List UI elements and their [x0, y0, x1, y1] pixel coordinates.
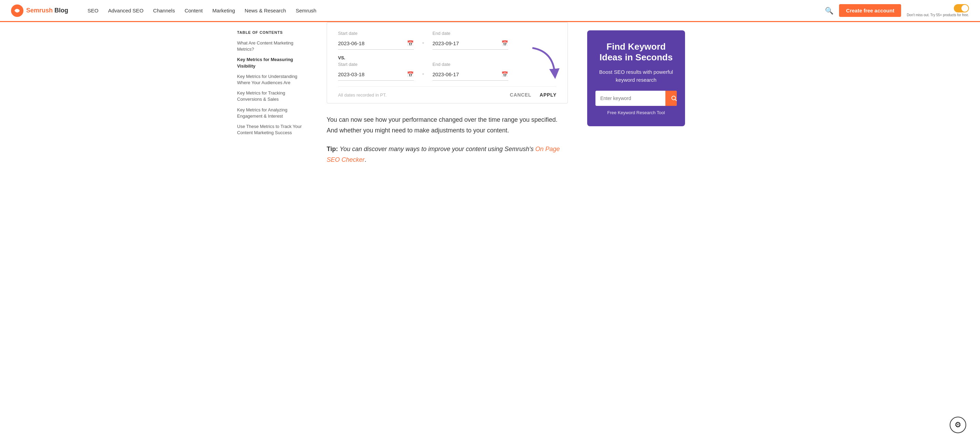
- tip-text: Tip: You can discover many ways to impro…: [327, 144, 568, 165]
- nav-marketing[interactable]: Marketing: [212, 8, 235, 13]
- search-icon: [671, 95, 677, 101]
- card-footer: All dates recorded in PT. CANCEL APPLY: [338, 86, 557, 103]
- keyword-input[interactable]: [595, 91, 665, 105]
- end-date-input-2[interactable]: 2023-06-17 📅: [433, 68, 508, 81]
- nav-news-research[interactable]: News & Research: [245, 8, 286, 13]
- site-header: Semrush Blog SEO Advanced SEO Channels C…: [0, 0, 980, 22]
- semrush-logo-icon: [11, 5, 24, 17]
- vs-label: VS.: [338, 55, 557, 61]
- calendar-icon-3[interactable]: 📅: [407, 71, 414, 78]
- nav-seo[interactable]: SEO: [88, 8, 99, 13]
- main-nav: SEO Advanced SEO Channels Content Market…: [88, 8, 814, 13]
- toc-item-2[interactable]: Key Metrics for Understanding Where Your…: [237, 73, 307, 86]
- end-date-group-2: End date 2023-06-17 📅: [433, 62, 508, 81]
- date-row-1: Start date 2023-06-18 📅 - End date 2023-…: [338, 31, 557, 49]
- date-separator-1: -: [422, 34, 424, 46]
- nav-advanced-seo[interactable]: Advanced SEO: [108, 8, 144, 13]
- start-date-value-1: 2023-06-18: [338, 40, 364, 46]
- create-account-button[interactable]: Create free account: [839, 4, 901, 17]
- calendar-icon-1[interactable]: 📅: [407, 40, 414, 46]
- start-date-input-2[interactable]: 2023-03-18 📅: [338, 68, 414, 81]
- logo-text: Semrush Blog: [26, 7, 68, 14]
- start-label-2: Start date: [338, 62, 414, 67]
- nav-content[interactable]: Content: [185, 8, 203, 13]
- footer-note: All dates recorded in PT.: [338, 93, 387, 97]
- keyword-tool-link[interactable]: Free Keyword Research Tool: [595, 110, 677, 115]
- left-sidebar: TABLE OF CONTENTS What Are Content Marke…: [237, 22, 313, 173]
- start-date-value-2: 2023-03-18: [338, 72, 364, 77]
- svg-line-3: [675, 99, 676, 101]
- footer-actions: CANCEL APPLY: [510, 92, 557, 97]
- apply-button[interactable]: APPLY: [539, 92, 557, 97]
- end-date-value-1: 2023-09-17: [433, 40, 459, 46]
- main-content: Start date 2023-06-18 📅 - End date 2023-…: [313, 22, 582, 173]
- keyword-card-title: Find Keyword Ideas in Seconds: [595, 42, 677, 63]
- keyword-card-subtitle: Boost SEO results with powerful keyword …: [595, 68, 677, 84]
- tip-bold-label: Tip:: [327, 145, 338, 152]
- start-date-group-1: Start date 2023-06-18 📅: [338, 31, 414, 49]
- tip-italic-text: You can discover many ways to improve yo…: [340, 145, 534, 152]
- search-button[interactable]: 🔍: [825, 6, 834, 15]
- right-sidebar: Find Keyword Ideas in Seconds Boost SEO …: [582, 22, 685, 173]
- date-separator-2: -: [422, 65, 424, 78]
- end-label-2: End date: [433, 62, 508, 67]
- end-label-1: End date: [433, 31, 508, 36]
- toggle-area: Don't miss out. Try 55+ products for fre…: [907, 4, 969, 17]
- toc-item-0[interactable]: What Are Content Marketing Metrics?: [237, 40, 307, 53]
- keyword-card: Find Keyword Ideas in Seconds Boost SEO …: [587, 30, 685, 126]
- keyword-search-button[interactable]: [665, 91, 677, 106]
- cancel-button[interactable]: CANCEL: [510, 92, 532, 97]
- keyword-input-row: [595, 91, 677, 106]
- toc-item-3[interactable]: Key Metrics for Tracking Conversions & S…: [237, 90, 307, 102]
- toggle-label: Don't miss out. Try 55+ products for fre…: [907, 13, 969, 17]
- start-label-1: Start date: [338, 31, 414, 36]
- body-text: You can now see how your performance cha…: [327, 115, 568, 136]
- logo-link[interactable]: Semrush Blog: [11, 5, 68, 17]
- toc-item-1[interactable]: Key Metrics for Measuring Visibility: [237, 57, 307, 69]
- start-date-group-2: Start date 2023-03-18 📅: [338, 62, 414, 81]
- end-date-group-1: End date 2023-09-17 📅: [433, 31, 508, 49]
- date-picker-card: Start date 2023-06-18 📅 - End date 2023-…: [327, 22, 568, 104]
- toc-title: TABLE OF CONTENTS: [237, 30, 307, 35]
- date-row-2: Start date 2023-03-18 📅 - End date 2023-…: [338, 62, 557, 81]
- nav-semrush[interactable]: Semrush: [296, 8, 316, 13]
- start-date-input-1[interactable]: 2023-06-18 📅: [338, 37, 414, 49]
- toggle-switch[interactable]: [954, 4, 969, 13]
- end-date-value-2: 2023-06-17: [433, 72, 459, 77]
- nav-channels[interactable]: Channels: [153, 8, 175, 13]
- header-right: 🔍 Create free account Don't miss out. Tr…: [825, 4, 969, 17]
- purple-arrow-icon: [525, 45, 563, 83]
- calendar-icon-4[interactable]: 📅: [501, 71, 508, 78]
- toc-item-4[interactable]: Key Metrics for Analyzing Engagement & I…: [237, 107, 307, 119]
- calendar-icon-2[interactable]: 📅: [501, 40, 508, 46]
- end-date-input-1[interactable]: 2023-09-17 📅: [433, 37, 508, 49]
- page-layout: TABLE OF CONTENTS What Are Content Marke…: [232, 22, 748, 173]
- toc-item-5[interactable]: Use These Metrics to Track Your Content …: [237, 123, 307, 136]
